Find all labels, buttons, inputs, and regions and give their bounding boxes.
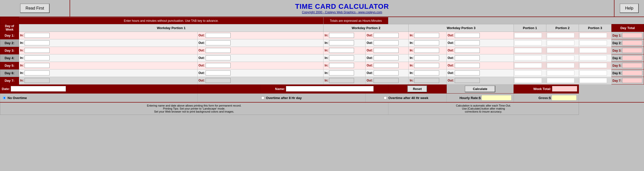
after-40hr-radio[interactable]	[384, 96, 387, 100]
read-first-button[interactable]: Read First	[20, 4, 50, 13]
day-2-out1-input[interactable]	[206, 40, 231, 45]
no-overtime-label[interactable]: No Overtime	[3, 96, 195, 100]
day-3-out3-input[interactable]	[455, 48, 480, 53]
day-5-out1-input[interactable]	[206, 63, 231, 68]
day-7-in3-input[interactable]	[414, 78, 439, 83]
day-3-p2-total-input[interactable]	[547, 48, 574, 53]
day-3-out1-input[interactable]	[206, 48, 231, 53]
day-4-p3-total-input[interactable]	[579, 55, 607, 60]
calculate-button[interactable]: Calculate	[465, 86, 495, 92]
day-7-p3-total-input[interactable]	[579, 78, 607, 83]
day-3-total-input[interactable]	[622, 48, 642, 53]
day-6-p2-total-input[interactable]	[547, 70, 574, 75]
day-6-label: Day 6:	[0, 69, 19, 77]
day-3-p3-total-input[interactable]	[579, 48, 607, 53]
after-8hr-label[interactable]: Overtime after 8 Hr day	[200, 96, 363, 100]
day-7-in2-input[interactable]	[329, 78, 354, 83]
name-input[interactable]	[286, 86, 374, 92]
day-5-p2-total-input[interactable]	[547, 63, 574, 68]
footer-left-line3: Set your Web browser not to print backgr…	[3, 110, 386, 113]
day-2-in2-input[interactable]	[329, 40, 354, 45]
reset-button[interactable]: Reset	[407, 86, 427, 92]
day-7-out2-input[interactable]	[374, 78, 399, 83]
date-input[interactable]	[11, 86, 66, 92]
hourly-rate-input[interactable]	[481, 95, 512, 101]
day-7-p1-total-input[interactable]	[514, 78, 542, 83]
day-4-out1-input[interactable]	[206, 55, 231, 60]
week-total-input[interactable]	[552, 86, 577, 92]
day-2-p1-total-input[interactable]	[514, 40, 542, 45]
day-6-out3-input[interactable]	[455, 70, 480, 75]
day-5-p3-total-input[interactable]	[579, 63, 607, 68]
day-5-p1-total-input[interactable]	[514, 63, 542, 68]
gross-input[interactable]	[552, 95, 577, 101]
day-5-out2-input[interactable]	[374, 63, 399, 68]
day-2-out3-input[interactable]	[455, 40, 480, 45]
day-1-out2-input[interactable]	[374, 33, 399, 38]
day-3-in2-input[interactable]	[329, 48, 354, 53]
after-40hr-label[interactable]: Overtime after 40 Hr week	[368, 96, 444, 100]
day-6-out1-input[interactable]	[206, 70, 231, 75]
day-4-out3-input[interactable]	[455, 55, 480, 60]
day-6-out2-input[interactable]	[374, 70, 399, 75]
day-2-out2-input[interactable]	[374, 40, 399, 45]
day-7-out1-input[interactable]	[206, 78, 231, 83]
day-5-in2-input[interactable]	[329, 63, 354, 68]
day-3-in2-label: In:	[325, 49, 328, 52]
day-4-p2-total-input[interactable]	[547, 55, 574, 60]
day-1-p2-total-input[interactable]	[547, 33, 574, 38]
day-1-total-input[interactable]	[622, 33, 642, 38]
day-6-total-input[interactable]	[622, 70, 642, 75]
day-1-in3-input[interactable]	[414, 33, 439, 38]
day-5-out3-input[interactable]	[455, 63, 480, 68]
day-3-in1-input[interactable]	[25, 48, 50, 53]
day-2-in1-input[interactable]	[25, 40, 50, 45]
day-2-p3-total-input[interactable]	[579, 40, 607, 45]
day-6-p1-total-input[interactable]	[514, 70, 542, 75]
day-7-in1-cell: In:	[19, 77, 198, 84]
day-3-p2-total-cell	[546, 47, 579, 54]
day-2-out2-cell: Out:	[366, 39, 409, 47]
day-4-in3-input[interactable]	[414, 55, 439, 60]
day-4-p2-total-cell	[546, 54, 579, 62]
day-2-p2-total-input[interactable]	[547, 40, 574, 45]
day-3-out2-input[interactable]	[374, 48, 399, 53]
day-6-in3-input[interactable]	[414, 70, 439, 75]
day-1-p1-total-input[interactable]	[514, 33, 542, 38]
portion1-header: Portion 1	[514, 24, 546, 32]
day-3-row: Day 3: In: Out: In: Out: In:	[0, 47, 644, 54]
day-4-p1-total-input[interactable]	[514, 55, 542, 60]
day-3-in3-input[interactable]	[414, 48, 439, 53]
day-1-out3-input[interactable]	[455, 33, 480, 38]
day-4-total-input[interactable]	[622, 55, 642, 60]
day-1-p3-total-input[interactable]	[579, 33, 607, 38]
day-3-p1-total-input[interactable]	[514, 48, 542, 53]
day-5-in3-input[interactable]	[414, 63, 439, 68]
day-1-in2-input[interactable]	[329, 33, 354, 38]
day-of-week-header: Day ofWeek	[5, 24, 14, 31]
day-4-in1-input[interactable]	[25, 55, 50, 60]
day-1-total-label: Day 1:	[612, 34, 621, 37]
day-4-out2-input[interactable]	[374, 55, 399, 60]
day-2-in3-input[interactable]	[414, 40, 439, 45]
after-8hr-radio[interactable]	[261, 96, 264, 100]
footer-left-line1: Entering name and date above allows prin…	[3, 104, 386, 107]
day-4-in3-label: In:	[410, 56, 413, 60]
day-2-total-input[interactable]	[622, 40, 642, 45]
day-7-total-input[interactable]	[622, 78, 642, 83]
day-6-in2-input[interactable]	[329, 70, 354, 75]
day-5-total-input[interactable]	[622, 63, 642, 68]
day-6-p3-total-input[interactable]	[579, 70, 607, 75]
day-6-in1-input[interactable]	[25, 70, 50, 75]
help-button[interactable]: Help	[620, 4, 639, 13]
read-first-section: Read First	[0, 0, 70, 17]
day-1-in1-input[interactable]	[25, 33, 50, 38]
day-7-out3-input[interactable]	[455, 78, 480, 83]
day-2-out1-label: Out:	[199, 41, 205, 45]
day-1-out1-input[interactable]	[206, 33, 231, 38]
day-7-in1-input[interactable]	[25, 78, 50, 83]
no-overtime-radio[interactable]	[3, 96, 6, 100]
day-5-in1-input[interactable]	[25, 63, 50, 68]
day-7-p2-total-input[interactable]	[547, 78, 574, 83]
day-4-in2-input[interactable]	[329, 55, 354, 60]
